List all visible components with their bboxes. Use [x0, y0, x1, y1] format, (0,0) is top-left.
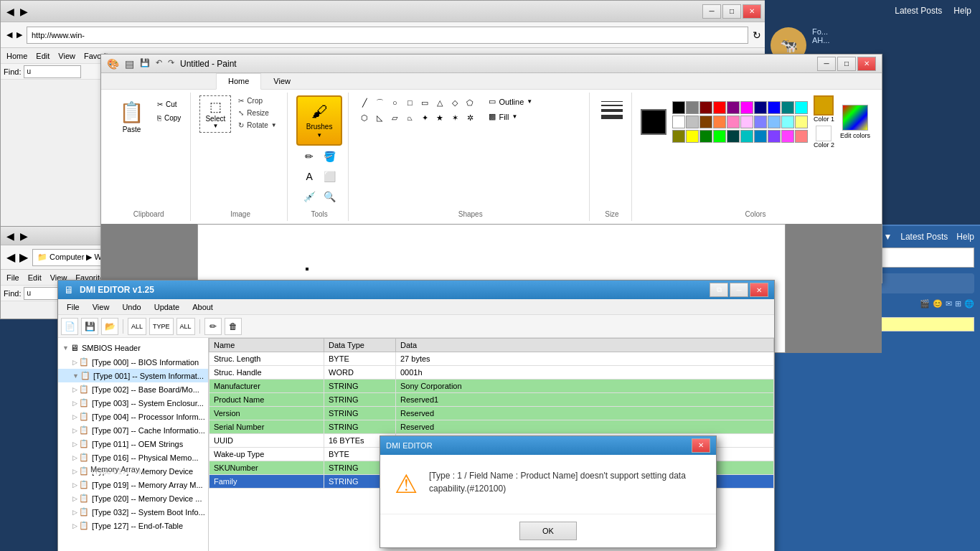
paint-minimize-btn[interactable]: ─ — [817, 57, 836, 71]
rotate-button[interactable]: ↻ Rotate ▼ — [234, 120, 281, 131]
shape-hexagon[interactable]: ⬡ — [357, 110, 372, 125]
color-purple[interactable] — [727, 101, 740, 114]
menu2-file[interactable]: File — [6, 273, 19, 282]
shape-line[interactable]: ╱ — [357, 95, 372, 110]
color-white[interactable] — [672, 116, 685, 128]
color-aqua[interactable] — [795, 101, 808, 114]
pencil-tool[interactable]: ✏ — [300, 147, 319, 166]
magnify-tool[interactable]: 🔍 — [320, 187, 339, 206]
color1-box[interactable] — [814, 95, 834, 116]
text-tool[interactable]: A — [300, 167, 319, 186]
size-line-3[interactable] — [601, 109, 623, 112]
maximize-button[interactable]: □ — [722, 4, 741, 19]
forward2-icon[interactable]: ▶ — [20, 230, 28, 242]
shape-curve[interactable]: ⌒ — [372, 95, 387, 110]
size-line-4[interactable] — [601, 115, 623, 119]
color-orange[interactable] — [713, 116, 726, 128]
shape-star6[interactable]: ✶ — [448, 110, 462, 125]
nav2-forward[interactable]: ▶ — [19, 250, 28, 264]
save-icon[interactable]: 💾 — [140, 58, 150, 70]
color-navy[interactable] — [754, 101, 767, 114]
shape-diamond[interactable]: ◇ — [448, 95, 462, 110]
latest-posts-link-top[interactable]: Latest Posts — [895, 6, 942, 16]
active-color-box[interactable] — [641, 109, 666, 135]
tab-home[interactable]: Home — [216, 73, 261, 90]
color-red[interactable] — [713, 101, 726, 114]
color-blue-light[interactable] — [754, 116, 767, 128]
browser-back-icon[interactable]: ◀ — [6, 6, 14, 17]
shape-rect[interactable]: □ — [402, 95, 417, 110]
color-olive[interactable] — [672, 130, 685, 143]
menu2-edit[interactable]: Edit — [28, 273, 42, 282]
color-yellow[interactable] — [686, 130, 699, 143]
tab-view[interactable]: View — [261, 73, 303, 89]
color-lime[interactable] — [713, 130, 726, 143]
shape-triangle[interactable]: △ — [433, 95, 447, 110]
color-green-light[interactable] — [781, 116, 794, 128]
shape-star4[interactable]: ✦ — [418, 110, 432, 125]
color-extra1[interactable] — [768, 130, 781, 143]
dialog-ok-button[interactable]: OK — [519, 522, 577, 540]
dmi-dialog-close-btn[interactable]: ✕ — [692, 438, 710, 453]
shape-trap[interactable]: ⏢ — [402, 110, 417, 125]
paint-close-btn[interactable]: ✕ — [857, 57, 876, 71]
color-black[interactable] — [672, 101, 685, 114]
edit-colors-button[interactable]: Edit colors — [840, 105, 870, 139]
help-link-top[interactable]: Help — [953, 6, 971, 16]
color-extra3[interactable] — [795, 130, 808, 143]
color-teal-dark[interactable] — [727, 130, 740, 143]
nav-back-icon[interactable]: ◀ — [6, 30, 12, 39]
shape-star[interactable]: ✲ — [463, 110, 477, 125]
color-blue[interactable] — [768, 101, 781, 114]
color-sky[interactable] — [754, 130, 767, 143]
fill-button[interactable]: ▩ Fill ▼ — [486, 110, 535, 123]
color-pink-light[interactable] — [727, 116, 740, 128]
color-teal[interactable] — [781, 101, 794, 114]
resize-button[interactable]: ⤡ Resize — [234, 108, 281, 118]
color-fuchsia[interactable] — [740, 101, 753, 114]
shape-round-rect[interactable]: ▭ — [418, 95, 432, 110]
help-link-bottom[interactable]: Help — [956, 232, 974, 242]
refresh-icon[interactable]: ↻ — [753, 29, 761, 41]
menu-edit[interactable]: Edit — [36, 52, 50, 60]
cut-button[interactable]: ✂ Cut — [154, 98, 184, 110]
paint-menu-icon[interactable]: ▤ — [125, 58, 134, 70]
shape-right-triangle[interactable]: ◺ — [372, 110, 387, 125]
address-input[interactable]: http://www.win- — [27, 27, 748, 44]
color-extra2[interactable] — [781, 130, 794, 143]
back2-icon[interactable]: ◀ — [6, 230, 14, 242]
color-olive-dark[interactable] — [699, 116, 712, 128]
shape-oval[interactable]: ○ — [387, 95, 402, 110]
color-silver[interactable] — [686, 116, 699, 128]
paste-button[interactable]: 📋 Paste — [113, 95, 151, 138]
copy-button[interactable]: ⎘ Copy — [154, 112, 184, 124]
browser-forward-icon[interactable]: ▶ — [20, 6, 28, 17]
shape-star5[interactable]: ★ — [433, 110, 447, 125]
color-gray-dark[interactable] — [686, 101, 699, 114]
paint-maximize-btn[interactable]: □ — [837, 57, 856, 71]
find-input[interactable] — [24, 65, 81, 78]
eraser-tool[interactable]: ⬜ — [320, 167, 339, 186]
shape-pentagon[interactable]: ⬠ — [463, 95, 477, 110]
color-blue-pale[interactable] — [768, 116, 781, 128]
select-button[interactable]: ⬚ Select ▼ — [199, 95, 231, 133]
nav-forward-icon[interactable]: ▶ — [17, 30, 22, 39]
fill-tool[interactable]: 🪣 — [320, 147, 339, 166]
minimize-button[interactable]: ─ — [702, 4, 721, 19]
crop-button[interactable]: ✂ Crop — [234, 95, 281, 106]
menu-file[interactable]: Home — [6, 52, 27, 60]
menu-view[interactable]: View — [58, 52, 75, 60]
color2-box[interactable] — [816, 126, 831, 141]
nav2-back[interactable]: ◀ — [6, 250, 15, 264]
shape-parallelogram[interactable]: ▱ — [387, 110, 402, 125]
redo-icon[interactable]: ↷ — [168, 58, 174, 70]
brushes-button[interactable]: 🖌 Brushes ▼ — [296, 95, 343, 146]
latest-posts-link-bottom[interactable]: Latest Posts — [900, 232, 948, 242]
color-cyan[interactable] — [740, 130, 753, 143]
size-line-1[interactable] — [601, 101, 623, 102]
color-pink[interactable] — [740, 116, 753, 128]
undo-icon[interactable]: ↶ — [156, 58, 162, 70]
color-green-dark[interactable] — [699, 130, 712, 143]
color-maroon[interactable] — [699, 101, 712, 114]
eyedropper-tool[interactable]: 💉 — [300, 187, 319, 206]
